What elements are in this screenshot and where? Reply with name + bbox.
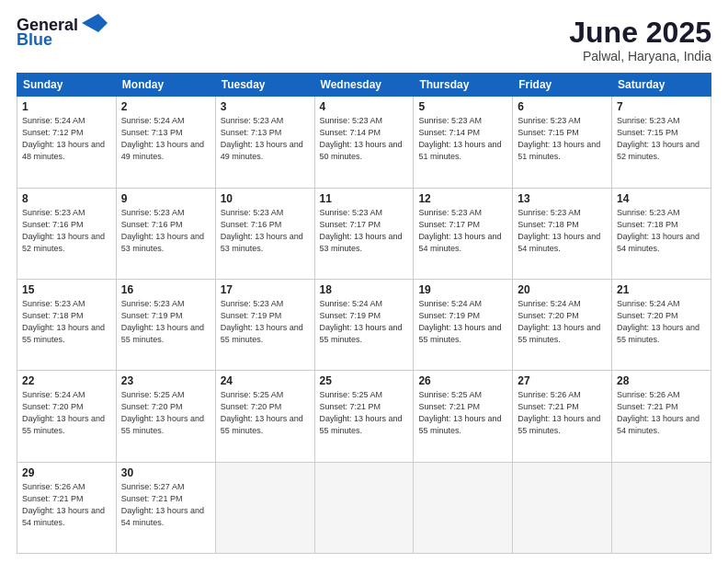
table-row: 11Sunrise: 5:23 AMSunset: 7:17 PMDayligh…	[314, 188, 414, 279]
table-row: 12Sunrise: 5:23 AMSunset: 7:17 PMDayligh…	[414, 188, 513, 279]
col-wednesday: Wednesday	[314, 74, 414, 97]
table-row: 22Sunrise: 5:24 AMSunset: 7:20 PMDayligh…	[17, 371, 117, 462]
table-row	[513, 462, 612, 553]
table-row: 8Sunrise: 5:23 AMSunset: 7:16 PMDaylight…	[17, 188, 117, 279]
table-row: 17Sunrise: 5:23 AMSunset: 7:19 PMDayligh…	[215, 279, 314, 370]
table-row: 28Sunrise: 5:26 AMSunset: 7:21 PMDayligh…	[612, 371, 711, 462]
col-friday: Friday	[513, 74, 612, 97]
calendar-header-row: Sunday Monday Tuesday Wednesday Thursday…	[17, 74, 711, 97]
table-row	[215, 462, 314, 553]
table-row: 1Sunrise: 5:24 AMSunset: 7:12 PMDaylight…	[17, 97, 117, 188]
svg-marker-0	[82, 14, 108, 32]
table-row: 29Sunrise: 5:26 AMSunset: 7:21 PMDayligh…	[17, 462, 117, 553]
table-row: 24Sunrise: 5:25 AMSunset: 7:20 PMDayligh…	[215, 371, 314, 462]
table-row: 6Sunrise: 5:23 AMSunset: 7:15 PMDaylight…	[513, 97, 612, 188]
table-row: 26Sunrise: 5:25 AMSunset: 7:21 PMDayligh…	[414, 371, 513, 462]
table-row: 5Sunrise: 5:23 AMSunset: 7:14 PMDaylight…	[414, 97, 513, 188]
col-saturday: Saturday	[612, 74, 711, 97]
table-row	[612, 462, 711, 553]
title-block: June 2025 Palwal, Haryana, India	[569, 17, 711, 63]
calendar-table: Sunday Monday Tuesday Wednesday Thursday…	[17, 73, 711, 554]
table-row: 14Sunrise: 5:23 AMSunset: 7:18 PMDayligh…	[612, 188, 711, 279]
table-row: 21Sunrise: 5:24 AMSunset: 7:20 PMDayligh…	[612, 279, 711, 370]
table-row: 2Sunrise: 5:24 AMSunset: 7:13 PMDaylight…	[116, 97, 215, 188]
location: Palwal, Haryana, India	[569, 49, 711, 63]
table-row: 9Sunrise: 5:23 AMSunset: 7:16 PMDaylight…	[116, 188, 215, 279]
table-row: 3Sunrise: 5:23 AMSunset: 7:13 PMDaylight…	[215, 97, 314, 188]
table-row: 23Sunrise: 5:25 AMSunset: 7:20 PMDayligh…	[116, 371, 215, 462]
col-sunday: Sunday	[17, 74, 117, 97]
page: General Blue June 2025 Palwal, Haryana, …	[0, 0, 728, 563]
table-row: 25Sunrise: 5:25 AMSunset: 7:21 PMDayligh…	[314, 371, 414, 462]
table-row: 18Sunrise: 5:24 AMSunset: 7:19 PMDayligh…	[314, 279, 414, 370]
col-monday: Monday	[116, 74, 215, 97]
table-row	[414, 462, 513, 553]
month-title: June 2025	[569, 17, 711, 49]
table-row: 30Sunrise: 5:27 AMSunset: 7:21 PMDayligh…	[116, 462, 215, 553]
logo: General Blue	[17, 17, 108, 48]
logo-blue-text: Blue	[17, 31, 52, 48]
table-row: 19Sunrise: 5:24 AMSunset: 7:19 PMDayligh…	[414, 279, 513, 370]
table-row: 4Sunrise: 5:23 AMSunset: 7:14 PMDaylight…	[314, 97, 414, 188]
table-row: 10Sunrise: 5:23 AMSunset: 7:16 PMDayligh…	[215, 188, 314, 279]
table-row: 7Sunrise: 5:23 AMSunset: 7:15 PMDaylight…	[612, 97, 711, 188]
col-thursday: Thursday	[414, 74, 513, 97]
logo-arrow-icon	[82, 14, 108, 32]
table-row: 15Sunrise: 5:23 AMSunset: 7:18 PMDayligh…	[17, 279, 117, 370]
header: General Blue June 2025 Palwal, Haryana, …	[17, 17, 711, 63]
col-tuesday: Tuesday	[215, 74, 314, 97]
table-row: 13Sunrise: 5:23 AMSunset: 7:18 PMDayligh…	[513, 188, 612, 279]
table-row	[314, 462, 414, 553]
table-row: 27Sunrise: 5:26 AMSunset: 7:21 PMDayligh…	[513, 371, 612, 462]
table-row: 20Sunrise: 5:24 AMSunset: 7:20 PMDayligh…	[513, 279, 612, 370]
table-row: 16Sunrise: 5:23 AMSunset: 7:19 PMDayligh…	[116, 279, 215, 370]
